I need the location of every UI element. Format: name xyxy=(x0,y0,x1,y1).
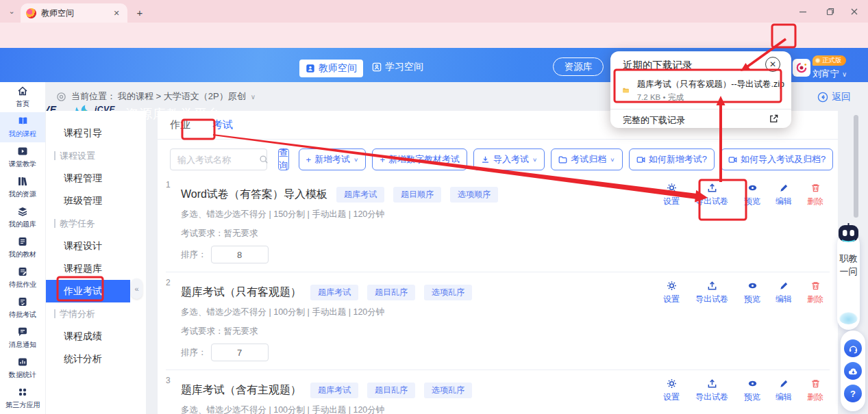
add-exam-button[interactable]: + 新增考试 ∨ xyxy=(299,148,367,170)
exam-toolbar: 查询 + 新增考试 ∨ + 新增数字教材考试 导入考试 ∨ xyxy=(170,148,827,170)
open-book-icon xyxy=(17,116,29,127)
export-paper-button[interactable]: 导出试卷 xyxy=(691,281,732,305)
delete-button[interactable]: 删除 xyxy=(804,183,827,207)
robot-icon[interactable] xyxy=(837,222,860,243)
tab-homework[interactable]: 作业 xyxy=(170,118,190,131)
question-order-badge: 题目顺序 xyxy=(393,187,441,203)
popup-close-icon[interactable]: ✕ xyxy=(765,57,780,72)
edit-button[interactable]: 编辑 xyxy=(772,281,795,305)
new-tab-button[interactable]: + xyxy=(133,5,147,19)
caret-down-icon: ∨ xyxy=(610,157,615,163)
tab-search-chevron-icon[interactable]: ⌄ xyxy=(4,5,19,18)
teacher-space-button[interactable]: 教师空间 xyxy=(299,60,363,77)
rail-item-my-textbooks[interactable]: 我的教材 xyxy=(0,233,45,263)
import-exam-button[interactable]: 导入考试 ∨ xyxy=(473,148,545,170)
full-download-history-link[interactable]: 完整的下载记录 xyxy=(623,114,685,127)
help-button[interactable]: ? xyxy=(844,385,862,402)
delete-button[interactable]: 删除 xyxy=(804,378,827,403)
sort-label: 排序： xyxy=(181,249,207,261)
edit-button[interactable]: 编辑 xyxy=(772,378,795,403)
export-icon xyxy=(707,183,717,193)
rail-item-my-resources[interactable]: 我的资源 xyxy=(0,172,45,203)
menu-item-course-guide[interactable]: 课程引导 xyxy=(46,122,146,144)
resource-library-button[interactable]: 资源库 xyxy=(553,57,604,76)
location-icon xyxy=(56,92,66,102)
option-order-badge: 选项乱序 xyxy=(424,285,472,300)
menu-item-course-design[interactable]: 课程设计 xyxy=(46,235,146,257)
preview-button[interactable]: 预览 xyxy=(741,378,764,403)
rail-item-third-party-apps[interactable]: 第三方应用 xyxy=(0,383,45,413)
caret-down-icon: ∨ xyxy=(354,157,358,163)
exam-actions: 设置 导出试卷 预览 编辑 xyxy=(660,378,827,403)
window-minimize-button[interactable] xyxy=(789,0,817,23)
query-button[interactable]: 查询 xyxy=(278,148,289,170)
menu-item-statistical-analysis[interactable]: 统计分析 xyxy=(46,348,146,370)
exam-actions: 设置 导出试卷 预览 编辑 xyxy=(660,281,827,305)
icve-app-icon[interactable] xyxy=(793,59,810,77)
exam-title: 题库考试（只有客观题） xyxy=(181,285,301,300)
eye-icon xyxy=(747,183,758,193)
archive-exam-button[interactable]: 考试归档 ∨ xyxy=(551,148,622,170)
settings-button[interactable]: 设置 xyxy=(660,378,683,403)
user-menu[interactable]: 刘宵宁 ∨ xyxy=(813,68,847,80)
rail-item-my-courses[interactable]: 我的课程 xyxy=(0,112,45,142)
exam-actions: 设置 导出试卷 预览 编辑 xyxy=(660,183,827,207)
download-popup: 近期的下载记录 ✕ 题库考试（只有客观题）--导出试卷.zip 7.2 KB •… xyxy=(610,51,791,128)
settings-button[interactable]: 设置 xyxy=(660,183,683,207)
learning-space-button[interactable]: 学习空间 xyxy=(372,61,423,73)
rail-item-classroom[interactable]: 课堂教学 xyxy=(0,142,45,172)
settings-button[interactable]: 设置 xyxy=(660,281,683,305)
popup-divider xyxy=(610,109,791,109)
external-link-icon[interactable] xyxy=(769,114,779,124)
preview-button[interactable]: 预览 xyxy=(741,281,764,305)
download-record-item[interactable]: 题库考试（只有客观题）--导出试卷.zip 7.2 KB • 完成 xyxy=(617,76,784,105)
page-scrollbar-thumb[interactable] xyxy=(854,115,858,218)
export-paper-button[interactable]: 导出试卷 xyxy=(691,378,732,403)
question-order-badge: 题目乱序 xyxy=(367,383,415,398)
preview-button[interactable]: 预览 xyxy=(741,183,764,207)
course-selector-caret-icon[interactable]: ∨ xyxy=(251,93,256,101)
back-button[interactable]: 返回 xyxy=(817,91,851,103)
window-close-button[interactable] xyxy=(841,0,868,23)
rail-item-my-question-bank[interactable]: 我的题库 xyxy=(0,203,45,233)
rail-item-pending-homework[interactable]: 待批作业 xyxy=(0,263,45,293)
menu-item-course-grades[interactable]: 课程成绩 xyxy=(46,325,146,348)
download-center-button[interactable] xyxy=(844,362,862,380)
rail-item-pending-exams[interactable]: 待批考试 xyxy=(0,293,45,323)
tab-close-icon[interactable]: ✕ xyxy=(111,8,122,18)
sidebar-collapse-handle[interactable]: « xyxy=(131,279,142,299)
how-to-import-exam-button[interactable]: 如何导入考试及归档? xyxy=(721,148,833,170)
tab-exam[interactable]: 考试 xyxy=(212,118,233,131)
sort-input[interactable] xyxy=(211,344,269,361)
rail-item-home[interactable]: 首页 xyxy=(0,82,45,112)
exam-meta: 多选、错选少选不得分 | 100分制 | 手动出题 | 120分钟 xyxy=(181,404,830,414)
menu-section-course-settings: 课程设置 xyxy=(46,144,146,167)
sort-label: 排序： xyxy=(181,347,207,359)
exam-type-badge: 题库考试 xyxy=(336,187,384,203)
menu-item-course-management[interactable]: 课程管理 xyxy=(46,167,146,190)
search-input[interactable] xyxy=(170,148,267,170)
delete-button[interactable]: 删除 xyxy=(804,281,827,305)
course-menu: 课程引导 课程设置 课程管理 班级管理 教学任务 课程设计 课程题库 作业考试 … xyxy=(46,111,146,414)
rail-item-notifications[interactable]: 消息通知 xyxy=(0,323,45,353)
question-order-badge: 题目乱序 xyxy=(367,285,415,300)
learning-space-label: 学习空间 xyxy=(385,61,423,73)
how-to-add-exam-button[interactable]: 如何新增考试? xyxy=(629,148,715,170)
eye-icon xyxy=(747,378,758,389)
menu-section-learning-analysis: 学情分析 xyxy=(46,302,146,325)
add-digital-exam-button[interactable]: + 新增数字教材考试 xyxy=(372,148,467,170)
export-paper-button[interactable]: 导出试卷 xyxy=(691,183,732,207)
menu-item-homework-exam[interactable]: 作业考试 xyxy=(46,280,130,302)
window-maximize-button[interactable] xyxy=(817,0,844,23)
browser-tab[interactable]: 教师空间 ✕ xyxy=(21,3,127,23)
header-separator: | xyxy=(360,62,362,72)
customer-service-button[interactable] xyxy=(844,339,862,357)
trash-icon xyxy=(810,378,821,389)
rail-item-statistics[interactable]: 数据统计 xyxy=(0,353,45,383)
menu-item-class-management[interactable]: 班级管理 xyxy=(46,190,146,212)
user-caret-icon: ∨ xyxy=(842,70,847,78)
sort-input[interactable] xyxy=(211,246,269,263)
menu-item-course-question-bank[interactable]: 课程题库 xyxy=(46,257,146,280)
search-icon xyxy=(259,155,269,164)
edit-button[interactable]: 编辑 xyxy=(772,183,795,207)
